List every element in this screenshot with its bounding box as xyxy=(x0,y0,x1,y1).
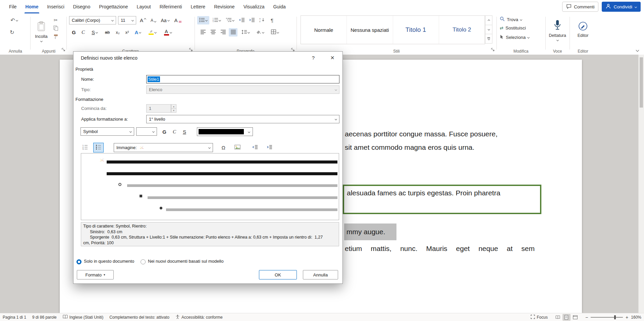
immagine-dropdown[interactable]: Immagine: xyxy=(114,143,213,152)
zoom-in-button[interactable]: + xyxy=(626,315,628,320)
shading-button[interactable] xyxy=(254,28,266,37)
tab-progettazione[interactable]: Progettazione xyxy=(95,0,132,13)
dialog-bullets-button[interactable] xyxy=(93,143,104,152)
tab-revisione[interactable]: Revisione xyxy=(210,0,239,13)
radio-new-documents-template[interactable] xyxy=(141,259,146,264)
tab-disegno[interactable]: Disegno xyxy=(69,0,95,13)
dialog-font-color-dropdown[interactable] xyxy=(197,127,253,136)
line-spacing-button[interactable] xyxy=(239,28,252,37)
find-button[interactable]: Trova xyxy=(500,16,522,22)
web-layout-button[interactable] xyxy=(571,314,579,321)
bullets-button[interactable] xyxy=(197,16,209,24)
chevron-down-icon[interactable] xyxy=(206,143,213,152)
nome-input[interactable]: Stile1 xyxy=(146,75,339,83)
language-indicator[interactable]: Inglese (Stati Uniti) xyxy=(63,315,103,320)
focus-mode-button[interactable]: Focus xyxy=(531,315,548,320)
tab-riferimenti[interactable]: Riferimenti xyxy=(155,0,186,13)
vertical-scrollbar[interactable] xyxy=(638,55,644,313)
underline-button[interactable]: S xyxy=(89,28,101,37)
dialog-underline-button[interactable]: S xyxy=(180,127,189,136)
radio-only-this-document-label[interactable]: Solo in questo documento xyxy=(84,259,134,264)
change-case-button[interactable]: Aa xyxy=(159,16,171,24)
gallery-scroll-up-button[interactable] xyxy=(485,15,492,25)
dialog-font-name-combobox[interactable]: Symbol xyxy=(80,127,134,136)
tab-visualizza[interactable]: Visualizza xyxy=(239,0,269,13)
font-size-combobox[interactable]: 11 xyxy=(118,16,136,24)
gallery-scroll-down-button[interactable] xyxy=(485,25,492,35)
editor-button[interactable]: Editor xyxy=(572,15,594,44)
dialog-bold-button[interactable]: G xyxy=(160,127,169,136)
chevron-down-icon[interactable] xyxy=(129,16,136,24)
highlight-button[interactable] xyxy=(146,28,159,37)
text-effects-button[interactable]: A xyxy=(132,28,144,37)
comments-button[interactable]: Commenti xyxy=(562,2,599,12)
style-normale[interactable]: Normale xyxy=(301,16,347,44)
undo-button[interactable]: ↶ xyxy=(7,16,21,24)
redo-button[interactable]: ↻ xyxy=(7,28,17,37)
cut-button[interactable]: ✂ xyxy=(52,16,60,24)
font-color-button[interactable]: A xyxy=(161,28,174,37)
applica-dropdown[interactable]: 1° livello xyxy=(146,115,339,123)
superscript-button[interactable]: x² xyxy=(123,28,131,37)
share-button[interactable]: Condividi xyxy=(602,2,641,12)
show-paragraph-marks-button[interactable]: ¶ xyxy=(268,16,276,24)
radio-only-this-document[interactable] xyxy=(76,259,82,264)
align-left-button[interactable] xyxy=(199,28,207,37)
font-name-combobox[interactable]: Calibri (Corpo) xyxy=(69,16,116,24)
zoom-out-button[interactable]: − xyxy=(585,315,588,320)
radio-new-documents-template-label[interactable]: Nei nuovi documenti basati sul modello xyxy=(148,259,223,264)
style-nessuna-spaziatura[interactable]: Nessuna spaziati xyxy=(347,16,393,44)
scrollbar-thumb[interactable] xyxy=(640,57,643,108)
text-prediction-indicator[interactable]: Completamento del testo: attivato xyxy=(109,315,169,320)
copy-button[interactable] xyxy=(52,24,60,33)
dialog-italic-button[interactable]: C xyxy=(170,127,179,136)
ok-button[interactable]: OK xyxy=(259,270,297,279)
paste-button[interactable]: Incolla xyxy=(32,15,50,48)
collapse-ribbon-button[interactable] xyxy=(636,47,639,53)
chevron-down-icon[interactable] xyxy=(109,16,116,24)
grow-font-button[interactable]: A xyxy=(138,16,148,24)
chevron-down-icon[interactable] xyxy=(150,128,157,135)
select-button[interactable]: Seleziona xyxy=(500,35,529,40)
sort-button[interactable]: AZ xyxy=(258,16,266,24)
dialog-help-button[interactable]: ? xyxy=(308,53,319,62)
read-mode-button[interactable] xyxy=(554,314,562,321)
zoom-slider-thumb[interactable] xyxy=(614,315,616,319)
numbering-button[interactable]: 1.2.3. xyxy=(211,16,223,24)
tab-file[interactable]: File xyxy=(5,0,21,13)
page-indicator[interactable]: Pagina 1 di 1 xyxy=(3,315,26,320)
format-painter-button[interactable] xyxy=(52,33,60,42)
style-titolo-2[interactable]: Titolo 2 xyxy=(439,16,485,44)
multilevel-list-button[interactable] xyxy=(224,16,236,24)
dictate-button[interactable]: Dettatura xyxy=(547,15,568,46)
tab-guida[interactable]: Guida xyxy=(269,0,290,13)
print-layout-button[interactable] xyxy=(562,314,571,321)
align-right-button[interactable] xyxy=(219,28,227,37)
tab-layout[interactable]: Layout xyxy=(132,0,155,13)
dialog-decrease-indent-button[interactable] xyxy=(250,143,260,152)
accessibility-indicator[interactable]: Accessibilità: conforme xyxy=(175,315,223,320)
tab-home[interactable]: Home xyxy=(21,0,43,13)
increase-indent-button[interactable] xyxy=(248,16,256,24)
dialog-numbering-button[interactable]: 1.2.3. xyxy=(80,143,90,152)
chevron-down-icon[interactable] xyxy=(127,128,134,135)
dialog-close-button[interactable]: × xyxy=(326,53,338,62)
justify-button[interactable] xyxy=(229,28,237,37)
gallery-more-button[interactable] xyxy=(485,34,492,44)
symbol-button[interactable]: Ω xyxy=(218,143,228,152)
zoom-level[interactable]: 160% xyxy=(631,315,641,320)
style-titolo-1[interactable]: Titolo 1 xyxy=(393,16,439,44)
formato-button[interactable]: Formato▾ xyxy=(77,270,114,279)
chevron-down-icon[interactable] xyxy=(245,128,253,136)
italic-button[interactable]: C xyxy=(79,28,87,37)
dialog-font-size-combobox[interactable] xyxy=(136,127,157,136)
zoom-slider[interactable] xyxy=(591,315,623,319)
borders-button[interactable] xyxy=(268,28,281,37)
strikethrough-button[interactable]: ab xyxy=(103,28,112,37)
clear-formatting-button[interactable]: A xyxy=(173,16,182,24)
bold-button[interactable]: G xyxy=(70,28,78,37)
insert-picture-button[interactable] xyxy=(232,143,243,152)
cancel-button[interactable]: Annulla xyxy=(303,270,338,279)
subscript-button[interactable]: x₂ xyxy=(113,28,122,37)
chevron-down-icon[interactable] xyxy=(333,115,339,123)
